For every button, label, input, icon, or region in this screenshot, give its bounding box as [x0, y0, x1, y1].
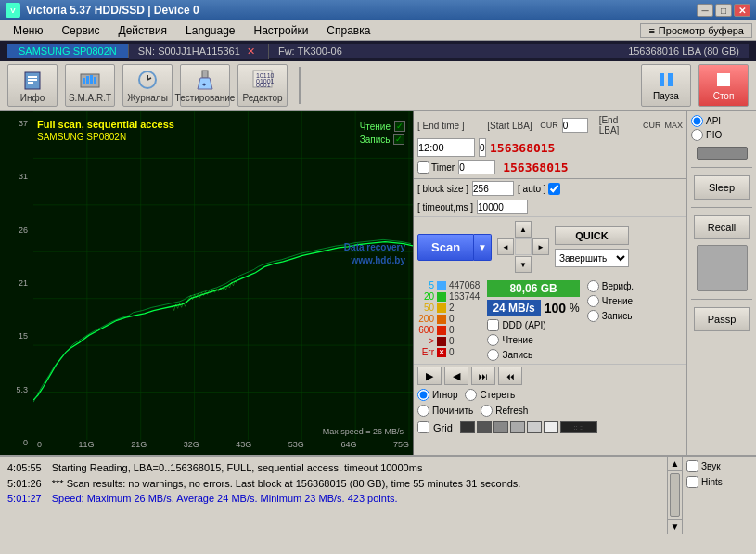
- menu-menu[interactable]: Меню: [4, 22, 52, 39]
- y-label-21: 21: [2, 278, 32, 288]
- scan-dropdown-button[interactable]: ▼: [474, 234, 492, 261]
- playback-row: ▶ ◀ ⏭ ⏮: [414, 364, 686, 387]
- minimize-button[interactable]: ─: [697, 4, 713, 17]
- erase-label: Стереть: [480, 390, 515, 400]
- rewind-button[interactable]: ◀: [444, 367, 468, 385]
- read-check[interactable]: ✓: [394, 121, 405, 132]
- close-drive-icon[interactable]: ✕: [247, 45, 255, 57]
- log-time-2: 5:01:26: [7, 478, 42, 489]
- read-radio[interactable]: [487, 334, 499, 346]
- title-bar: V Victoria 5.37 HDD/SSD | Device 0 ─ □ ✕: [0, 0, 756, 20]
- scroll-down-button[interactable]: ▼: [668, 519, 682, 534]
- passp-button[interactable]: Passp: [694, 307, 750, 331]
- pio-label: PIO: [706, 130, 722, 140]
- pause-button[interactable]: Пауза: [641, 64, 691, 107]
- nav-right-button[interactable]: ►: [532, 238, 549, 255]
- scroll-up-button[interactable]: ▲: [668, 457, 682, 471]
- api-label: API: [706, 116, 721, 126]
- stat-val-5: 447068: [449, 280, 480, 290]
- pio-radio[interactable]: [691, 129, 703, 141]
- hints-check[interactable]: [686, 476, 698, 488]
- maximize-button[interactable]: □: [715, 4, 732, 17]
- svg-rect-2: [28, 79, 37, 81]
- sleep-button[interactable]: Sleep: [694, 175, 750, 200]
- write-action-label: Запись: [602, 311, 633, 321]
- drive-tab[interactable]: SAMSUNG SP0802N: [7, 44, 129, 58]
- nav-left-button[interactable]: ◄: [497, 238, 514, 255]
- verif-radio[interactable]: [587, 280, 599, 292]
- journals-button[interactable]: Журналы: [122, 64, 173, 107]
- ddd-check[interactable]: [487, 319, 499, 331]
- menu-settings[interactable]: Настройки: [245, 22, 318, 39]
- menu-help[interactable]: Справка: [317, 22, 379, 39]
- info-button[interactable]: Инфо: [7, 64, 58, 107]
- smart-button[interactable]: S.M.A.R.T: [65, 64, 115, 107]
- skip-end-button[interactable]: ⏮: [498, 367, 522, 385]
- write-check[interactable]: ✓: [393, 134, 404, 145]
- x-label-75g: 75G: [393, 440, 409, 455]
- err-val: 0: [449, 347, 455, 357]
- vertical-slider[interactable]: [697, 245, 748, 291]
- y-axis: 37 31 26 21 15 5.3 0: [0, 111, 33, 455]
- scan-button[interactable]: Scan: [417, 234, 474, 261]
- right-panel: [ End time ] [Start LBA] CUR [End LBA] C…: [414, 111, 686, 455]
- status-bar: 4:05:55 Starting Reading, LBA=0..1563680…: [0, 455, 756, 534]
- scroll-thumb[interactable]: [670, 473, 680, 517]
- menu-service[interactable]: Сервис: [52, 22, 109, 39]
- erase-radio[interactable]: [465, 389, 477, 401]
- menu-right: ≡ Просмотр буфера: [640, 23, 752, 38]
- y-label-37: 37: [2, 119, 32, 128]
- ignore-radio[interactable]: [417, 389, 429, 401]
- start-lba-cur-input[interactable]: [562, 118, 588, 133]
- auto-check[interactable]: [548, 183, 560, 195]
- fix-radio[interactable]: [417, 405, 429, 417]
- center-stats: 80,06 GB 24 MB/s 100 % DDD (API) Чтение: [487, 280, 579, 361]
- nav-down-button[interactable]: ▼: [515, 256, 532, 273]
- write-radio[interactable]: [487, 349, 499, 361]
- refresh-radio[interactable]: [481, 405, 493, 417]
- nav-up-button[interactable]: ▲: [515, 221, 532, 238]
- grid-check[interactable]: [417, 421, 429, 433]
- view-buffer-button[interactable]: ≡ Просмотр буфера: [640, 23, 752, 38]
- end-time-label: [ End time ]: [417, 121, 473, 131]
- read-action-radio[interactable]: [587, 295, 599, 307]
- quick-button[interactable]: QUICK: [555, 226, 629, 245]
- editor-button[interactable]: 10110010010001 Редактор: [237, 64, 288, 107]
- close-button[interactable]: ✕: [734, 4, 750, 17]
- log-line-2: 5:01:26 *** Scan results: no warnings, n…: [7, 476, 660, 492]
- zavershit-select[interactable]: Завершить: [555, 249, 629, 267]
- api-radio[interactable]: [691, 115, 703, 127]
- block-size-input[interactable]: [472, 181, 514, 196]
- write-mode-label: Запись: [502, 350, 532, 360]
- play-button[interactable]: ▶: [417, 367, 442, 385]
- testing-button[interactable]: + Тестирование: [180, 64, 230, 107]
- stop-button[interactable]: Стоп: [698, 64, 749, 107]
- svg-rect-7: [90, 75, 93, 84]
- divider-2: [691, 207, 752, 208]
- recall-button[interactable]: Recall: [694, 215, 750, 239]
- log-text-2: *** Scan results: no warnings, no errors…: [52, 478, 521, 489]
- timer-check[interactable]: [417, 161, 429, 174]
- timeout-input[interactable]: [477, 200, 528, 214]
- scan-action-row: Scan ▼ ▲ ◄ ► ▼ QUICK Завершить: [414, 216, 686, 277]
- timer-input[interactable]: [458, 160, 495, 174]
- grid-colors: :: ::: [460, 421, 597, 433]
- editor-icon: 10110010010001: [251, 69, 274, 91]
- window-controls: ─ □ ✕: [697, 4, 750, 17]
- start-lba-input[interactable]: [479, 138, 486, 157]
- sound-check[interactable]: [686, 460, 698, 472]
- menu-language[interactable]: Language: [176, 22, 244, 39]
- skip-fwd-button[interactable]: ⏭: [471, 367, 495, 385]
- end-time-input[interactable]: [417, 138, 475, 157]
- chart-subtitle: SAMSUNG SP0802N: [37, 132, 126, 142]
- menu-actions[interactable]: Действия: [109, 22, 177, 39]
- stat-color-50: [437, 303, 446, 313]
- cur-label-1: CUR: [540, 121, 558, 130]
- toolbar-right: Пауза Стоп: [641, 64, 749, 107]
- drive-sn: SN: S00JJ1HA115361 ✕: [129, 44, 269, 59]
- drive-lba: 156368016 LBA (80 GB): [352, 44, 749, 58]
- read-action-row: Чтение: [587, 295, 634, 307]
- divider-3: [691, 299, 752, 300]
- svg-rect-6: [86, 76, 89, 84]
- write-action-radio[interactable]: [587, 310, 599, 322]
